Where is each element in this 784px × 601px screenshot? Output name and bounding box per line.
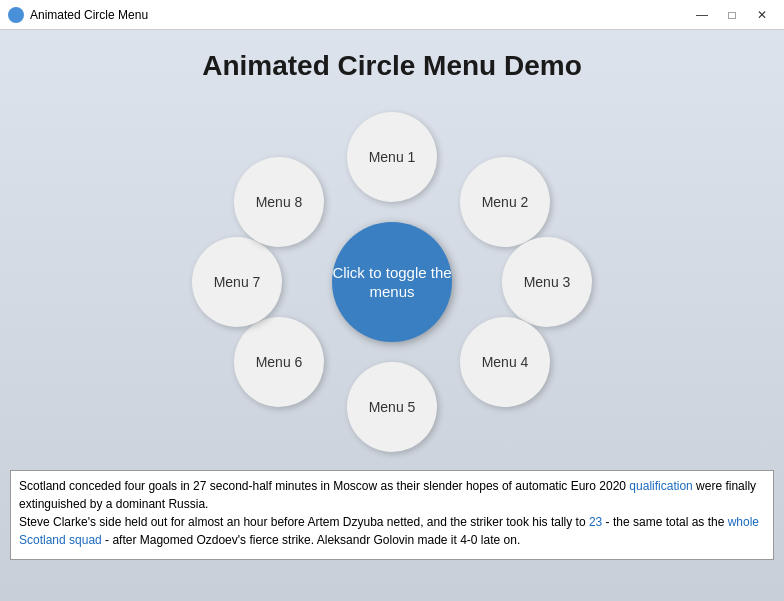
circle-menu-container: Click to toggle the menus Menu 1 Menu 2 … <box>212 102 572 462</box>
qualification-link[interactable]: qualification <box>629 479 692 493</box>
app-icon <box>8 7 24 23</box>
whole-scotland-link[interactable]: whole Scotland squad <box>19 515 759 547</box>
titlebar-title: Animated Circle Menu <box>30 8 148 22</box>
page-title: Animated Circle Menu Demo <box>202 50 582 82</box>
news-text-area[interactable]: Scotland conceded four goals in 27 secon… <box>10 470 774 560</box>
menu-item-6[interactable]: Menu 6 <box>234 317 324 407</box>
menu-item-4[interactable]: Menu 4 <box>460 317 550 407</box>
menu-item-3[interactable]: Menu 3 <box>502 237 592 327</box>
menu-item-8[interactable]: Menu 8 <box>234 157 324 247</box>
number-23: 23 <box>589 515 602 529</box>
minimize-button[interactable]: — <box>688 4 716 26</box>
menu-item-5[interactable]: Menu 5 <box>347 362 437 452</box>
close-button[interactable]: ✕ <box>748 4 776 26</box>
center-toggle-button[interactable]: Click to toggle the menus <box>332 222 452 342</box>
titlebar-left: Animated Circle Menu <box>8 7 148 23</box>
maximize-button[interactable]: □ <box>718 4 746 26</box>
news-line1: Scotland conceded four goals in 27 secon… <box>19 479 756 511</box>
menu-item-2[interactable]: Menu 2 <box>460 157 550 247</box>
news-line2: Steve Clarke's side held out for almost … <box>19 515 759 547</box>
menu-item-7[interactable]: Menu 7 <box>192 237 282 327</box>
titlebar-controls: — □ ✕ <box>688 4 776 26</box>
main-content: Animated Circle Menu Demo Click to toggl… <box>0 30 784 601</box>
menu-item-1[interactable]: Menu 1 <box>347 112 437 202</box>
news-content: Scotland conceded four goals in 27 secon… <box>19 477 765 549</box>
titlebar: Animated Circle Menu — □ ✕ <box>0 0 784 30</box>
